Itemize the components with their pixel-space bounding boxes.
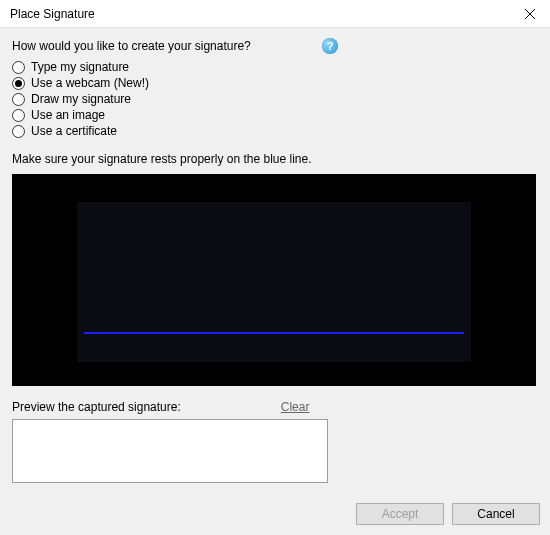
- radio-type-signature[interactable]: Type my signature: [12, 60, 538, 74]
- radio-icon: [12, 125, 25, 138]
- dialog-content: How would you like to create your signat…: [0, 28, 550, 495]
- signature-method-radios: Type my signature Use a webcam (New!) Dr…: [12, 60, 538, 138]
- titlebar: Place Signature: [0, 0, 550, 28]
- prompt-row: How would you like to create your signat…: [12, 38, 538, 54]
- cancel-button[interactable]: Cancel: [452, 503, 540, 525]
- radio-icon: [12, 93, 25, 106]
- window-title: Place Signature: [10, 7, 95, 21]
- prompt-text: How would you like to create your signat…: [12, 39, 251, 53]
- radio-use-image[interactable]: Use an image: [12, 108, 538, 122]
- preview-label: Preview the captured signature:: [12, 400, 181, 414]
- radio-label: Use an image: [31, 108, 105, 122]
- signature-preview-box: [12, 419, 328, 483]
- help-icon[interactable]: ?: [322, 38, 338, 54]
- close-icon: [525, 9, 535, 19]
- radio-icon: [12, 109, 25, 122]
- radio-label: Use a webcam (New!): [31, 76, 149, 90]
- instruction-text: Make sure your signature rests properly …: [12, 152, 538, 166]
- dialog-buttons: Accept Cancel: [356, 503, 540, 525]
- webcam-frame: [77, 202, 471, 362]
- accept-button[interactable]: Accept: [356, 503, 444, 525]
- radio-use-certificate[interactable]: Use a certificate: [12, 124, 538, 138]
- radio-use-webcam[interactable]: Use a webcam (New!): [12, 76, 538, 90]
- preview-row: Preview the captured signature: Clear: [12, 400, 538, 414]
- radio-label: Draw my signature: [31, 92, 131, 106]
- radio-draw-signature[interactable]: Draw my signature: [12, 92, 538, 106]
- webcam-capture-area: [12, 174, 536, 386]
- radio-label: Type my signature: [31, 60, 129, 74]
- radio-label: Use a certificate: [31, 124, 117, 138]
- radio-icon: [12, 77, 25, 90]
- radio-icon: [12, 61, 25, 74]
- signature-guide-line: [84, 332, 464, 334]
- close-button[interactable]: [510, 0, 550, 28]
- clear-link[interactable]: Clear: [281, 400, 310, 414]
